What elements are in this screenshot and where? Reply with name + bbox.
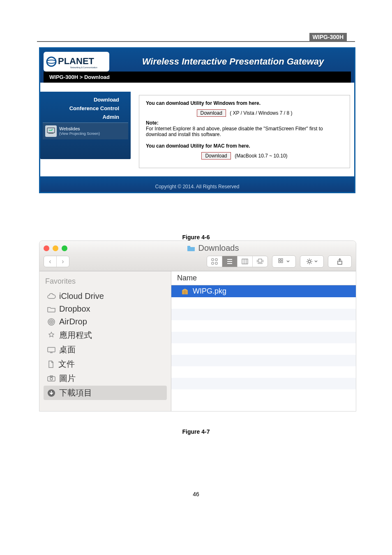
router-download-screenshot: PLANET Networking & Communication Wirele…: [39, 47, 355, 193]
svg-rect-11: [258, 259, 262, 262]
header-rule: [37, 41, 355, 42]
sidebar-item-applications[interactable]: 應用程式: [44, 328, 167, 342]
svg-point-23: [50, 377, 53, 380]
sidebar-item-downloads[interactable]: 下載項目: [44, 386, 167, 400]
share-icon: [337, 258, 343, 265]
mac-compat: (MacBook 10.7 ~ 10.10): [235, 153, 287, 159]
svg-rect-15: [281, 261, 283, 263]
planet-logo: PLANET Networking & Communication: [44, 52, 109, 72]
share-button[interactable]: [328, 255, 352, 268]
sidebar-item-dropbox[interactable]: Dropbox: [44, 303, 167, 315]
sidebar-item-icloud[interactable]: iCloud Drive: [44, 290, 167, 303]
banner-title: Wireless Interactive Presentation Gatewa…: [115, 56, 351, 67]
folder-icon: [47, 305, 56, 313]
sidebar: Download Conference Control Admin Websli…: [40, 83, 131, 176]
download-mac-button[interactable]: Download: [201, 152, 231, 160]
package-icon: [181, 288, 189, 295]
model-badge: WIPG-300H: [309, 33, 347, 41]
webslides-title: Webslides: [59, 126, 100, 131]
sidebar-item-download[interactable]: Download: [43, 97, 128, 103]
desktop-icon: [47, 346, 56, 354]
svg-rect-7: [215, 259, 217, 261]
forward-button[interactable]: ›: [56, 256, 69, 267]
icon-view-button[interactable]: [207, 256, 222, 267]
mac-heading: You can download Utility for MAC from he…: [146, 143, 250, 149]
cloud-icon: [47, 293, 56, 300]
column-header-name[interactable]: Name: [171, 271, 356, 285]
list-view-button[interactable]: [222, 256, 237, 267]
webslides-icon: [45, 125, 57, 137]
chevron-down-icon: [314, 260, 318, 263]
nav-arrows[interactable]: ‹ ›: [44, 256, 69, 267]
svg-rect-10: [242, 259, 248, 264]
file-list: Name WIPG.pkg: [171, 271, 356, 411]
breadcrumb: WIPG-300H > Download: [44, 72, 351, 83]
svg-rect-13: [281, 259, 283, 260]
minimize-icon[interactable]: [53, 245, 58, 251]
close-icon[interactable]: [44, 245, 49, 251]
page-number: 46: [0, 491, 392, 497]
svg-point-16: [308, 260, 311, 263]
svg-point-0: [47, 57, 56, 66]
sidebar-item-desktop[interactable]: 桌面: [44, 342, 167, 357]
gear-icon: [306, 258, 313, 265]
figure-4-7-caption: Figure 4-7: [0, 428, 392, 435]
sidebar-item-airdrop[interactable]: AirDrop: [44, 315, 167, 328]
action-button[interactable]: [300, 255, 324, 268]
svg-rect-8: [212, 262, 214, 264]
sidebar-item-documents[interactable]: 文件: [44, 357, 167, 371]
svg-point-1: [47, 60, 56, 63]
window-title: Downloads: [74, 243, 352, 253]
chevron-down-icon: [286, 260, 290, 263]
arrange-button[interactable]: [272, 255, 296, 268]
svg-rect-14: [279, 261, 280, 263]
airdrop-icon: [47, 318, 56, 326]
banner: PLANET Networking & Communication Wirele…: [40, 49, 354, 83]
svg-text:Networking & Communication: Networking & Communication: [70, 66, 97, 69]
window-controls[interactable]: [44, 245, 67, 251]
sidebar-item-admin[interactable]: Admin: [43, 114, 128, 120]
favorites-header: Favorites: [44, 277, 167, 286]
svg-rect-12: [279, 259, 280, 260]
column-view-button[interactable]: [237, 256, 252, 267]
sidebar-item-conference[interactable]: Conference Control: [43, 105, 128, 111]
note-label: Note:: [146, 120, 159, 126]
copyright: Copyright © 2014. All Rights Reserved: [40, 176, 354, 192]
windows-compat: ( XP / Vista / Windows 7 / 8 ): [230, 110, 292, 116]
zoom-icon[interactable]: [62, 245, 67, 251]
sidebar-item-pictures[interactable]: 圖片: [44, 371, 167, 386]
folder-icon: [187, 245, 195, 252]
figure-4-6-caption: Figure 4-6: [0, 234, 392, 240]
finder-sidebar: Favorites iCloud Drive Dropbox AirDrop 應…: [39, 271, 171, 411]
back-button[interactable]: ‹: [44, 256, 56, 267]
finder-window: Downloads ‹ ›: [39, 240, 356, 412]
file-row[interactable]: WIPG.pkg: [171, 285, 356, 297]
svg-rect-6: [212, 259, 214, 261]
coverflow-view-button[interactable]: [252, 256, 267, 267]
note-body: For Internet Explorer 8 and above, pleas…: [146, 126, 343, 137]
pictures-icon: [47, 375, 56, 382]
svg-rect-9: [215, 262, 217, 264]
arrange-icon: [278, 258, 285, 265]
applications-icon: [47, 331, 56, 340]
svg-text:PLANET: PLANET: [58, 56, 95, 66]
download-content: You can download Utility for Windows fro…: [131, 83, 354, 176]
svg-rect-21: [48, 347, 55, 352]
download-windows-button[interactable]: Download: [197, 109, 226, 117]
documents-icon: [47, 360, 55, 368]
windows-heading: You can download Utility for Windows fro…: [146, 100, 261, 106]
view-mode-segment[interactable]: [207, 256, 268, 267]
webslides-button[interactable]: Webslides (View Projecting Screen): [43, 123, 128, 139]
webslides-subtitle: (View Projecting Screen): [59, 131, 100, 136]
svg-point-19: [49, 320, 53, 324]
svg-rect-5: [187, 246, 190, 247]
downloads-icon: [47, 388, 56, 398]
svg-point-18: [51, 321, 52, 323]
